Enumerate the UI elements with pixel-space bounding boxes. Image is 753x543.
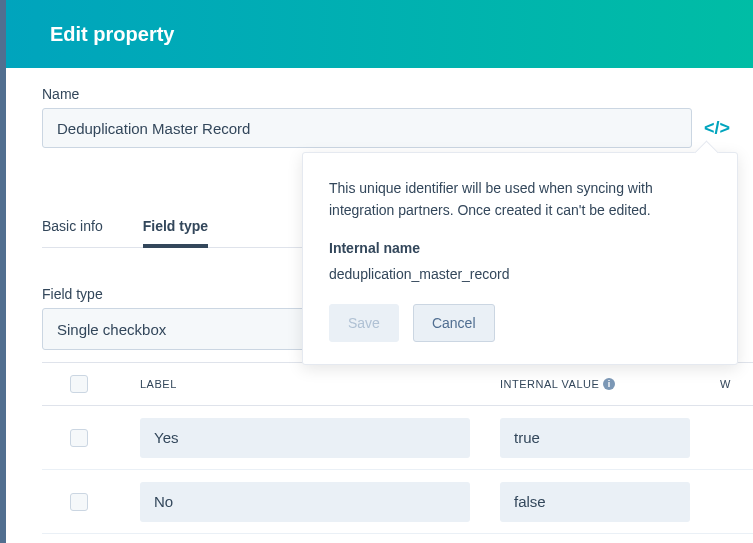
panel-left-accent [0,0,6,543]
internal-name-popover: This unique identifier will be used when… [302,152,738,365]
table-header: LABEL INTERNAL VALUE i W [42,362,753,406]
save-button[interactable]: Save [329,304,399,342]
col-header-label: LABEL [140,378,500,390]
name-input[interactable] [42,108,692,148]
panel-header: Edit property [6,0,753,68]
name-row: </> [42,108,753,148]
option-label-input[interactable] [140,418,470,458]
name-label: Name [42,86,753,102]
col-header-w: W [720,378,750,390]
field-type-value: Single checkbox [57,321,166,338]
tab-field-type[interactable]: Field type [143,208,208,248]
option-label-input[interactable] [140,482,470,522]
col-header-internal: INTERNAL VALUE [500,378,599,390]
option-internal-input[interactable] [500,482,690,522]
options-table: LABEL INTERNAL VALUE i W [42,362,753,534]
page-title: Edit property [50,23,174,46]
select-all-checkbox[interactable] [70,375,88,393]
tab-basic-info[interactable]: Basic info [42,208,103,247]
popover-description: This unique identifier will be used when… [329,177,711,222]
cancel-button[interactable]: Cancel [413,304,495,342]
table-row [42,406,753,470]
option-internal-input[interactable] [500,418,690,458]
popover-internal-label: Internal name [329,240,711,256]
popover-internal-value: deduplication_master_record [329,266,711,282]
tabs: Basic info Field type [42,208,302,248]
popover-buttons: Save Cancel [329,304,711,342]
table-row [42,470,753,534]
row-checkbox[interactable] [70,493,88,511]
info-icon[interactable]: i [603,378,615,390]
row-checkbox[interactable] [70,429,88,447]
code-icon[interactable]: </> [704,118,730,139]
